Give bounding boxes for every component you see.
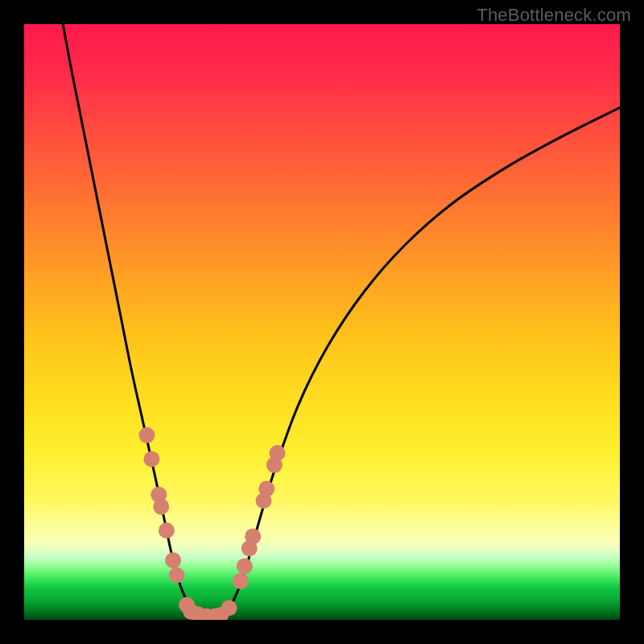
data-marker — [258, 481, 275, 497]
data-marker — [153, 498, 169, 514]
data-marker — [159, 522, 175, 539]
data-marker — [168, 568, 184, 584]
data-marker — [245, 528, 261, 544]
curve-svg — [24, 24, 620, 620]
data-marker — [165, 552, 181, 568]
data-marker — [138, 427, 155, 444]
watermark-text: TheBottleneck.com — [477, 5, 631, 26]
plot-area — [24, 24, 620, 620]
data-marker — [233, 573, 249, 589]
chart-frame: TheBottleneck.com — [0, 0, 644, 644]
data-marker — [221, 600, 237, 616]
data-marker — [270, 445, 286, 461]
data-markers — [138, 427, 285, 620]
data-marker — [143, 451, 159, 467]
data-marker — [237, 558, 253, 574]
v-curve — [63, 24, 620, 617]
